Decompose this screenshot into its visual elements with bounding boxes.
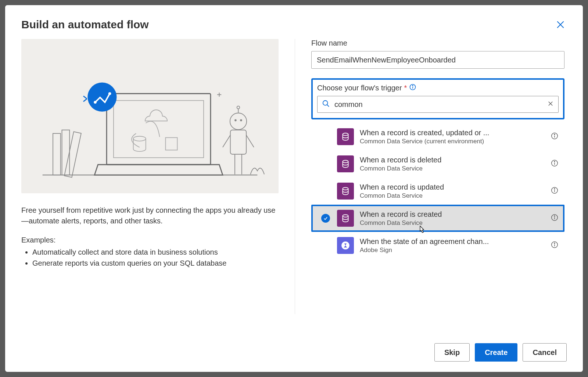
flow-name-input[interactable] [311,51,564,69]
svg-point-11 [94,101,97,104]
close-icon [556,24,565,30]
examples-list: Automatically collect and store data in … [21,247,279,269]
trigger-title: When a record is updated [360,183,545,191]
cds-connector-icon [337,155,354,172]
svg-point-49 [554,216,555,216]
svg-point-34 [343,133,348,136]
info-icon[interactable] [551,132,559,141]
svg-point-18 [234,119,237,121]
right-pane: Flow name Choose your flow's trigger * [311,39,567,338]
skip-button[interactable]: Skip [434,343,470,362]
svg-point-8 [133,136,146,141]
svg-point-17 [230,113,247,130]
trigger-subtitle: Common Data Service [360,165,545,172]
svg-line-31 [327,105,329,107]
cancel-button[interactable]: Cancel [523,343,567,362]
svg-line-23 [223,135,230,147]
trigger-subtitle: Common Data Service [360,192,545,200]
selected-check-icon [321,214,330,223]
svg-line-13 [83,96,87,99]
trigger-subtitle: Common Data Service [360,219,545,227]
svg-rect-3 [53,133,61,175]
info-icon[interactable] [409,83,416,92]
trigger-subtitle: Common Data Service (current environment… [360,138,545,145]
trigger-subtitle: Adobe Sign [360,247,545,254]
svg-point-41 [554,161,555,162]
trigger-title: When a record is created [360,210,545,219]
example-item: Generate reports via custom queries on y… [32,258,279,269]
svg-rect-6 [107,94,211,165]
automated-flow-dialog: Build an automated flow [5,5,583,372]
svg-rect-22 [230,130,246,154]
clear-icon[interactable] [547,100,554,108]
svg-point-19 [240,119,242,121]
svg-point-45 [554,188,555,189]
cds-connector-icon [337,128,354,145]
close-button[interactable] [556,20,565,31]
flow-name-label: Flow name [311,39,564,47]
trigger-item[interactable]: When the state of an agreement chan... A… [311,232,564,259]
svg-point-29 [413,85,413,86]
info-icon[interactable] [551,159,559,169]
svg-rect-5 [64,132,81,177]
required-asterisk: * [404,84,407,92]
trigger-item[interactable]: When a record is created, updated or ...… [311,123,564,150]
svg-point-42 [343,187,348,190]
svg-point-12 [108,92,111,95]
svg-point-21 [237,106,240,109]
search-icon [322,100,330,109]
example-item: Automatically collect and store data in … [32,247,279,258]
trigger-title: When the state of an agreement chan... [360,237,545,246]
trigger-item[interactable]: When a record is deleted Common Data Ser… [311,150,564,177]
svg-line-14 [83,99,87,102]
trigger-title: When a record is deleted [360,156,545,164]
svg-point-38 [343,160,348,163]
cds-connector-icon [337,183,354,200]
adobe-sign-connector-icon [337,237,354,254]
svg-rect-7 [114,101,204,158]
cds-connector-icon [337,210,354,227]
trigger-label: Choose your flow's trigger [317,84,402,92]
illustration [21,39,279,193]
trigger-section-highlight: Choose your flow's trigger * [311,78,564,119]
trigger-title: When a record is created, updated or ... [360,129,545,137]
info-icon[interactable] [551,241,559,250]
svg-line-24 [246,135,254,147]
left-pane: Free yourself from repetitive work just … [21,39,279,338]
create-button[interactable]: Create [475,343,517,362]
info-icon[interactable] [551,186,559,196]
trigger-item[interactable]: When a record is updated Common Data Ser… [311,177,564,205]
info-icon[interactable] [551,213,559,223]
svg-point-37 [554,134,555,135]
description-text: Free yourself from repetitive work just … [21,205,279,226]
svg-point-10 [87,83,116,112]
trigger-search-box[interactable] [317,96,559,113]
dialog-title: Build an automated flow [21,18,567,31]
examples-header: Examples: [21,236,279,244]
svg-point-30 [323,101,328,105]
dialog-footer: Skip Create Cancel [21,343,567,362]
svg-point-52 [554,243,555,244]
svg-point-46 [343,215,348,217]
pane-divider [295,39,295,314]
trigger-search-input[interactable] [334,100,543,109]
svg-rect-9 [165,137,177,150]
trigger-list: When a record is created, updated or ...… [311,123,564,259]
trigger-item-selected[interactable]: When a record is created Common Data Ser… [311,205,564,232]
